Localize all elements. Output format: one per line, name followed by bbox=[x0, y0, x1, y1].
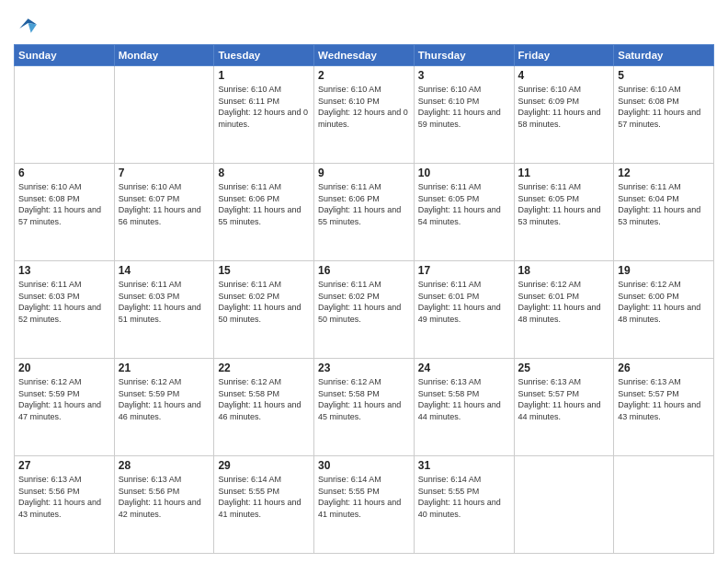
page: SundayMondayTuesdayWednesdayThursdayFrid… bbox=[0, 0, 728, 563]
calendar-cell bbox=[614, 456, 714, 554]
day-info: Sunrise: 6:14 AMSunset: 5:55 PMDaylight:… bbox=[318, 474, 410, 520]
day-number: 8 bbox=[218, 167, 310, 179]
calendar-week-row: 1Sunrise: 6:10 AMSunset: 6:11 PMDaylight… bbox=[15, 66, 714, 164]
day-number: 2 bbox=[318, 69, 410, 82]
day-info: Sunrise: 6:11 AMSunset: 6:06 PMDaylight:… bbox=[318, 181, 410, 227]
logo-icon bbox=[14, 13, 40, 39]
day-info: Sunrise: 6:11 AMSunset: 6:05 PMDaylight:… bbox=[518, 181, 610, 227]
calendar-table: SundayMondayTuesdayWednesdayThursdayFrid… bbox=[14, 44, 714, 554]
day-number: 6 bbox=[18, 167, 110, 179]
calendar-week-row: 6Sunrise: 6:10 AMSunset: 6:08 PMDaylight… bbox=[15, 164, 714, 261]
day-info: Sunrise: 6:11 AMSunset: 6:01 PMDaylight:… bbox=[418, 279, 510, 325]
calendar-cell: 25Sunrise: 6:13 AMSunset: 5:57 PMDayligh… bbox=[514, 359, 614, 456]
day-info: Sunrise: 6:13 AMSunset: 5:56 PMDaylight:… bbox=[18, 474, 110, 520]
day-info: Sunrise: 6:13 AMSunset: 5:57 PMDaylight:… bbox=[518, 376, 610, 422]
calendar-cell: 4Sunrise: 6:10 AMSunset: 6:09 PMDaylight… bbox=[514, 66, 614, 164]
calendar-cell: 15Sunrise: 6:11 AMSunset: 6:02 PMDayligh… bbox=[214, 261, 314, 359]
logo bbox=[14, 13, 43, 39]
calendar-cell: 14Sunrise: 6:11 AMSunset: 6:03 PMDayligh… bbox=[114, 261, 214, 359]
day-number: 1 bbox=[218, 69, 310, 82]
calendar-cell: 18Sunrise: 6:12 AMSunset: 6:01 PMDayligh… bbox=[514, 261, 614, 359]
day-number: 30 bbox=[318, 459, 410, 472]
day-number: 13 bbox=[18, 264, 110, 277]
day-number: 16 bbox=[318, 264, 410, 277]
calendar-weekday-saturday: Saturday bbox=[614, 45, 714, 66]
calendar-cell: 29Sunrise: 6:14 AMSunset: 5:55 PMDayligh… bbox=[214, 456, 314, 554]
day-info: Sunrise: 6:10 AMSunset: 6:08 PMDaylight:… bbox=[618, 84, 710, 130]
calendar-cell: 6Sunrise: 6:10 AMSunset: 6:08 PMDaylight… bbox=[15, 164, 115, 261]
calendar-weekday-monday: Monday bbox=[114, 45, 214, 66]
day-number: 15 bbox=[218, 264, 310, 277]
calendar-weekday-friday: Friday bbox=[514, 45, 614, 66]
calendar-week-row: 27Sunrise: 6:13 AMSunset: 5:56 PMDayligh… bbox=[15, 456, 714, 554]
day-number: 29 bbox=[218, 459, 310, 472]
day-number: 27 bbox=[18, 459, 110, 472]
calendar-cell: 10Sunrise: 6:11 AMSunset: 6:05 PMDayligh… bbox=[414, 164, 514, 261]
calendar-cell: 3Sunrise: 6:10 AMSunset: 6:10 PMDaylight… bbox=[414, 66, 514, 164]
day-info: Sunrise: 6:13 AMSunset: 5:56 PMDaylight:… bbox=[119, 474, 210, 520]
day-info: Sunrise: 6:11 AMSunset: 6:02 PMDaylight:… bbox=[218, 279, 310, 325]
calendar-cell bbox=[514, 456, 614, 554]
day-number: 17 bbox=[418, 264, 510, 277]
calendar-cell: 16Sunrise: 6:11 AMSunset: 6:02 PMDayligh… bbox=[314, 261, 415, 359]
day-info: Sunrise: 6:11 AMSunset: 6:03 PMDaylight:… bbox=[18, 279, 110, 325]
calendar-cell: 19Sunrise: 6:12 AMSunset: 6:00 PMDayligh… bbox=[614, 261, 714, 359]
day-number: 23 bbox=[318, 362, 410, 374]
day-number: 25 bbox=[518, 362, 610, 374]
calendar-cell: 7Sunrise: 6:10 AMSunset: 6:07 PMDaylight… bbox=[114, 164, 214, 261]
day-number: 11 bbox=[518, 167, 610, 179]
day-info: Sunrise: 6:11 AMSunset: 6:03 PMDaylight:… bbox=[119, 279, 210, 325]
day-number: 7 bbox=[119, 167, 210, 179]
calendar-cell: 2Sunrise: 6:10 AMSunset: 6:10 PMDaylight… bbox=[314, 66, 415, 164]
calendar-cell: 27Sunrise: 6:13 AMSunset: 5:56 PMDayligh… bbox=[15, 456, 115, 554]
calendar-weekday-wednesday: Wednesday bbox=[314, 45, 415, 66]
day-info: Sunrise: 6:10 AMSunset: 6:07 PMDaylight:… bbox=[119, 181, 210, 227]
day-info: Sunrise: 6:11 AMSunset: 6:05 PMDaylight:… bbox=[418, 181, 510, 227]
calendar-cell: 24Sunrise: 6:13 AMSunset: 5:58 PMDayligh… bbox=[414, 359, 514, 456]
day-info: Sunrise: 6:13 AMSunset: 5:58 PMDaylight:… bbox=[418, 376, 510, 422]
calendar-cell: 5Sunrise: 6:10 AMSunset: 6:08 PMDaylight… bbox=[614, 66, 714, 164]
calendar-week-row: 13Sunrise: 6:11 AMSunset: 6:03 PMDayligh… bbox=[15, 261, 714, 359]
day-number: 18 bbox=[518, 264, 610, 277]
calendar-cell bbox=[114, 66, 214, 164]
day-number: 26 bbox=[618, 362, 710, 374]
calendar-cell: 8Sunrise: 6:11 AMSunset: 6:06 PMDaylight… bbox=[214, 164, 314, 261]
header bbox=[14, 9, 714, 39]
day-info: Sunrise: 6:10 AMSunset: 6:08 PMDaylight:… bbox=[18, 181, 110, 227]
calendar-cell: 1Sunrise: 6:10 AMSunset: 6:11 PMDaylight… bbox=[214, 66, 314, 164]
day-number: 22 bbox=[218, 362, 310, 374]
calendar-cell: 28Sunrise: 6:13 AMSunset: 5:56 PMDayligh… bbox=[114, 456, 214, 554]
calendar-cell: 12Sunrise: 6:11 AMSunset: 6:04 PMDayligh… bbox=[614, 164, 714, 261]
day-number: 4 bbox=[518, 69, 610, 82]
day-info: Sunrise: 6:14 AMSunset: 5:55 PMDaylight:… bbox=[418, 474, 510, 520]
calendar-cell bbox=[15, 66, 115, 164]
day-number: 20 bbox=[18, 362, 110, 374]
calendar-cell: 17Sunrise: 6:11 AMSunset: 6:01 PMDayligh… bbox=[414, 261, 514, 359]
calendar-cell: 21Sunrise: 6:12 AMSunset: 5:59 PMDayligh… bbox=[114, 359, 214, 456]
day-info: Sunrise: 6:12 AMSunset: 5:58 PMDaylight:… bbox=[218, 376, 310, 422]
calendar-cell: 20Sunrise: 6:12 AMSunset: 5:59 PMDayligh… bbox=[15, 359, 115, 456]
calendar-weekday-tuesday: Tuesday bbox=[214, 45, 314, 66]
day-info: Sunrise: 6:13 AMSunset: 5:57 PMDaylight:… bbox=[618, 376, 710, 422]
day-number: 28 bbox=[119, 459, 210, 472]
day-number: 12 bbox=[618, 167, 710, 179]
calendar-weekday-sunday: Sunday bbox=[15, 45, 115, 66]
calendar-header-row: SundayMondayTuesdayWednesdayThursdayFrid… bbox=[15, 45, 714, 66]
day-info: Sunrise: 6:11 AMSunset: 6:04 PMDaylight:… bbox=[618, 181, 710, 227]
day-info: Sunrise: 6:10 AMSunset: 6:10 PMDaylight:… bbox=[418, 84, 510, 130]
day-number: 31 bbox=[418, 459, 510, 472]
day-number: 3 bbox=[418, 69, 510, 82]
day-info: Sunrise: 6:10 AMSunset: 6:10 PMDaylight:… bbox=[318, 84, 410, 130]
day-info: Sunrise: 6:12 AMSunset: 6:00 PMDaylight:… bbox=[618, 279, 710, 325]
calendar-cell: 11Sunrise: 6:11 AMSunset: 6:05 PMDayligh… bbox=[514, 164, 614, 261]
day-info: Sunrise: 6:11 AMSunset: 6:02 PMDaylight:… bbox=[318, 279, 410, 325]
day-info: Sunrise: 6:12 AMSunset: 6:01 PMDaylight:… bbox=[518, 279, 610, 325]
calendar-cell: 30Sunrise: 6:14 AMSunset: 5:55 PMDayligh… bbox=[314, 456, 415, 554]
day-number: 24 bbox=[418, 362, 510, 374]
day-info: Sunrise: 6:14 AMSunset: 5:55 PMDaylight:… bbox=[218, 474, 310, 520]
calendar-cell: 9Sunrise: 6:11 AMSunset: 6:06 PMDaylight… bbox=[314, 164, 415, 261]
calendar-cell: 13Sunrise: 6:11 AMSunset: 6:03 PMDayligh… bbox=[15, 261, 115, 359]
day-info: Sunrise: 6:10 AMSunset: 6:09 PMDaylight:… bbox=[518, 84, 610, 130]
day-number: 21 bbox=[119, 362, 210, 374]
day-number: 19 bbox=[618, 264, 710, 277]
